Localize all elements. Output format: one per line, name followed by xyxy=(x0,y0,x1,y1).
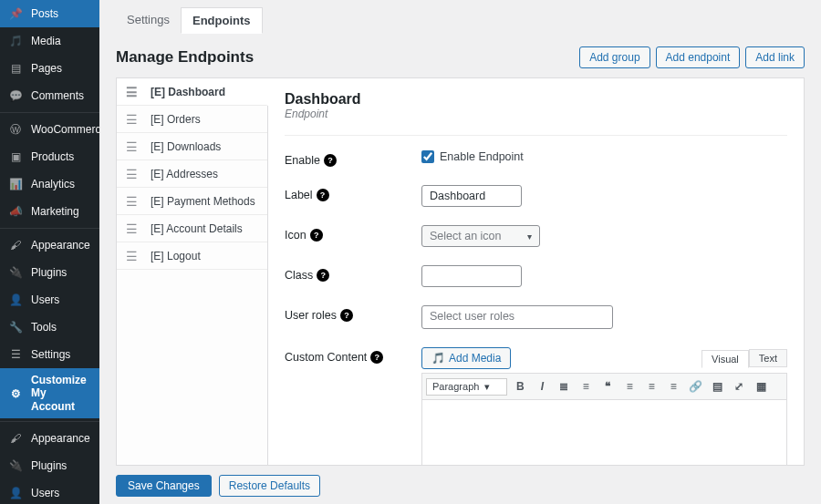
sidebar-item-tools[interactable]: 🔧Tools xyxy=(0,314,99,341)
add-endpoint-button[interactable]: Add endpoint xyxy=(656,46,741,68)
help-icon[interactable]: ? xyxy=(370,351,383,364)
drag-handle-icon[interactable]: ☰ xyxy=(126,112,138,127)
endpoint-row[interactable]: ☰[E] Addresses xyxy=(117,160,267,188)
sidebar-item-media[interactable]: 🎵Media xyxy=(0,27,99,55)
sidebar-item-appearance[interactable]: 🖌Appearance xyxy=(0,231,99,259)
chevron-down-icon: ▾ xyxy=(527,231,532,242)
drag-handle-icon[interactable]: ☰ xyxy=(126,167,138,181)
blockquote-icon[interactable]: ❝ xyxy=(598,377,617,396)
sidebar-item-plugins[interactable]: 🔌Plugins xyxy=(0,259,99,286)
sidebar-item-pages[interactable]: ▤Pages xyxy=(0,55,99,82)
tab-text[interactable]: Text xyxy=(749,349,787,367)
endpoint-label: [E] Account Details xyxy=(151,222,243,235)
sidebar-item-users[interactable]: 👤Users xyxy=(0,479,99,504)
sidebar-item-settings[interactable]: ☰Settings xyxy=(0,341,99,368)
sidebar-label: Appearance xyxy=(31,239,90,252)
drag-handle-icon[interactable]: ☰ xyxy=(126,194,138,209)
sidebar-item-comments[interactable]: 💬Comments xyxy=(0,82,99,109)
help-icon[interactable]: ? xyxy=(317,189,329,201)
menu-separator xyxy=(0,228,99,229)
read-more-icon[interactable]: ▤ xyxy=(708,377,726,396)
field-label: Custom Content? xyxy=(285,347,421,364)
user-icon: 👤 xyxy=(7,292,24,308)
sidebar-label: Settings xyxy=(31,348,70,361)
endpoint-row[interactable]: ☰[E] Downloads xyxy=(117,133,267,160)
align-center-icon[interactable]: ≡ xyxy=(642,377,660,396)
fullscreen-icon[interactable]: ⤢ xyxy=(730,377,748,396)
label-input[interactable] xyxy=(421,185,522,207)
sidebar-label: Marketing xyxy=(31,205,79,218)
editor-toolbar: Paragraph▾ B I ≣ ≡ ❝ ≡ ≡ ≡ 🔗 ▤ ⤢ ▦ xyxy=(421,373,787,400)
row-user-roles: User roles? Select user roles xyxy=(285,305,787,329)
sidebar-item-analytics[interactable]: 📊Analytics xyxy=(0,170,99,198)
sidebar-label: Products xyxy=(31,150,74,163)
drag-handle-icon[interactable]: ☰ xyxy=(126,221,138,236)
tab-endpoints[interactable]: Endpoints xyxy=(181,7,263,34)
row-icon: Icon? Select an icon▾ xyxy=(285,225,787,247)
sidebar-item-marketing[interactable]: 📣Marketing xyxy=(0,198,99,225)
endpoint-row[interactable]: ☰[E] Orders xyxy=(117,106,267,133)
row-label: Label? xyxy=(285,185,787,207)
button-label: Add Media xyxy=(449,352,501,365)
bullet-list-icon[interactable]: ≣ xyxy=(555,377,573,396)
page-tabs: Settings Endpoints xyxy=(116,7,805,34)
toolbar-toggle-icon[interactable]: ▦ xyxy=(752,377,770,396)
label-text: Icon xyxy=(285,229,307,242)
enable-endpoint-input[interactable] xyxy=(421,150,434,163)
endpoint-label: [E] Payment Methods xyxy=(151,195,255,208)
sidebar-item-products[interactable]: ▣Products xyxy=(0,143,99,170)
add-group-button[interactable]: Add group xyxy=(579,46,650,68)
pin-icon: 📌 xyxy=(7,5,24,22)
user-roles-select[interactable]: Select user roles xyxy=(421,305,613,329)
endpoint-row[interactable]: ☰[E] Account Details xyxy=(117,215,267,242)
sidebar-label: Plugins xyxy=(31,459,67,472)
help-icon[interactable]: ? xyxy=(340,309,353,322)
admin-sidebar: 📌Posts 🎵Media ▤Pages 💬Comments ⓌWooComme… xyxy=(0,0,99,504)
link-icon[interactable]: 🔗 xyxy=(686,377,704,396)
bold-icon[interactable]: B xyxy=(511,377,529,396)
woo-icon: Ⓦ xyxy=(7,121,24,138)
editor-subtitle: Endpoint xyxy=(285,108,787,120)
italic-icon[interactable]: I xyxy=(533,377,551,396)
restore-defaults-button[interactable]: Restore Defaults xyxy=(219,475,320,497)
endpoint-row[interactable]: ☰[E] Payment Methods xyxy=(117,188,267,215)
icon-select[interactable]: Select an icon▾ xyxy=(421,225,540,247)
paragraph-format-select[interactable]: Paragraph▾ xyxy=(426,378,507,396)
endpoint-label: [E] Orders xyxy=(151,113,201,126)
drag-handle-icon[interactable]: ☰ xyxy=(126,139,138,154)
save-changes-button[interactable]: Save Changes xyxy=(116,475,212,497)
class-input[interactable] xyxy=(421,265,522,287)
chevron-down-icon: ▾ xyxy=(484,381,490,393)
wp-editor: 🎵Add Media Visual Text Paragraph▾ B I ≣ … xyxy=(421,347,787,465)
drag-handle-icon[interactable]: ☰ xyxy=(126,85,138,99)
drag-handle-icon[interactable]: ☰ xyxy=(126,249,138,263)
sidebar-item-woocommerce[interactable]: ⓌWooCommerce xyxy=(0,116,99,143)
wrench-icon: 🔧 xyxy=(7,319,24,335)
enable-endpoint-checkbox[interactable]: Enable Endpoint xyxy=(421,150,787,163)
add-link-button[interactable]: Add link xyxy=(745,46,805,68)
sidebar-item-customize-my-account[interactable]: ⚙Customize My Account xyxy=(0,368,99,418)
help-icon[interactable]: ? xyxy=(310,229,323,242)
footer-actions: Save Changes Restore Defaults xyxy=(116,466,805,497)
media-icon: 🎵 xyxy=(431,352,445,365)
endpoint-label: [E] Addresses xyxy=(151,168,218,180)
numbered-list-icon[interactable]: ≡ xyxy=(577,377,595,396)
label-text: User roles xyxy=(285,309,337,322)
align-left-icon[interactable]: ≡ xyxy=(620,377,639,396)
tab-settings[interactable]: Settings xyxy=(116,7,181,34)
endpoint-row[interactable]: ☰[E] Logout xyxy=(117,242,267,270)
sidebar-item-posts[interactable]: 📌Posts xyxy=(0,0,99,27)
tab-visual[interactable]: Visual xyxy=(701,350,749,368)
chart-icon: 📊 xyxy=(7,176,24,192)
sidebar-item-users[interactable]: 👤Users xyxy=(0,286,99,314)
plug-icon: 🔌 xyxy=(7,458,24,474)
add-media-button[interactable]: 🎵Add Media xyxy=(421,347,511,369)
help-icon[interactable]: ? xyxy=(324,154,337,167)
sidebar-item-appearance[interactable]: 🖌Appearance xyxy=(0,425,99,452)
content-textarea[interactable] xyxy=(421,400,787,465)
endpoint-row[interactable]: ☰[E] Dashboard xyxy=(117,78,268,106)
align-right-icon[interactable]: ≡ xyxy=(664,377,682,396)
field-label: Icon? xyxy=(285,225,421,242)
help-icon[interactable]: ? xyxy=(317,269,329,282)
sidebar-item-plugins[interactable]: 🔌Plugins xyxy=(0,452,99,479)
